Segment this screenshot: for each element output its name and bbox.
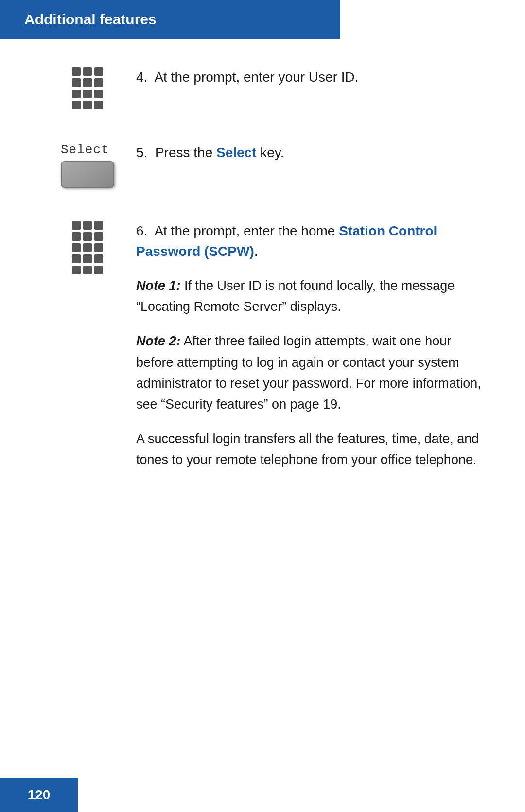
step-6-number: 6. bbox=[136, 223, 154, 238]
key-cell bbox=[94, 254, 103, 263]
key-cell bbox=[94, 266, 103, 274]
step-5-row: Select 5. Press the Select key. bbox=[39, 139, 486, 188]
key-cell bbox=[72, 221, 81, 230]
step-4-text: 4. At the prompt, enter your User ID. bbox=[136, 63, 486, 88]
key-cell bbox=[72, 266, 81, 274]
step-5-prefix: Press the bbox=[155, 145, 216, 160]
key-cell bbox=[83, 78, 92, 87]
select-key-label: Select bbox=[61, 143, 109, 157]
key-cell bbox=[72, 243, 81, 252]
main-content: 4. At the prompt, enter your User ID. Se… bbox=[0, 39, 525, 539]
header-bar: Additional features bbox=[0, 0, 340, 39]
key-cell bbox=[94, 243, 103, 252]
note-2-bold: Note 2: bbox=[136, 334, 181, 348]
key-cell bbox=[94, 67, 103, 76]
step-4-row: 4. At the prompt, enter your User ID. bbox=[39, 63, 486, 109]
key-cell bbox=[94, 232, 103, 241]
step-6-icon bbox=[39, 217, 136, 274]
select-key-icon: Select bbox=[61, 143, 114, 188]
step-5-text: 5. Press the Select key. bbox=[136, 139, 486, 163]
key-cell bbox=[83, 101, 92, 109]
keypad-icon-large bbox=[72, 221, 103, 274]
key-cell bbox=[83, 90, 92, 98]
page-number: 120 bbox=[28, 787, 51, 803]
key-cell bbox=[83, 221, 92, 230]
key-cell bbox=[94, 90, 103, 98]
key-cell bbox=[72, 90, 81, 98]
select-button-visual bbox=[61, 161, 114, 188]
note-2-para: Note 2: After three failed login attempt… bbox=[136, 331, 486, 415]
step-5-icon: Select bbox=[39, 139, 136, 188]
key-cell bbox=[72, 67, 81, 76]
step-4-label: At the prompt, enter your User ID. bbox=[154, 70, 358, 85]
key-cell bbox=[94, 101, 103, 109]
key-cell bbox=[83, 232, 92, 241]
step-6-prefix: At the prompt, enter the home bbox=[154, 223, 339, 238]
page-footer: 120 bbox=[0, 778, 78, 812]
note-2-body: After three failed login attempts, wait … bbox=[136, 334, 481, 412]
key-cell bbox=[83, 266, 92, 274]
key-cell bbox=[94, 221, 103, 230]
key-cell bbox=[94, 78, 103, 87]
step-6-main-line: 6. At the prompt, enter the home Station… bbox=[136, 221, 486, 262]
step-5-select-word: Select bbox=[216, 145, 257, 160]
step-5-suffix: key. bbox=[256, 145, 284, 160]
note-1-para: Note 1: If the User ID is not found loca… bbox=[136, 275, 486, 317]
note-1-body: If the User ID is not found locally, the… bbox=[136, 278, 455, 314]
note-1-bold: Note 1: bbox=[136, 278, 181, 293]
step-4-icon bbox=[39, 63, 136, 109]
key-cell bbox=[83, 254, 92, 263]
extra-para-text: A successful login transfers all the fea… bbox=[136, 432, 479, 467]
key-cell bbox=[72, 254, 81, 263]
key-cell bbox=[83, 243, 92, 252]
page-header-title: Additional features bbox=[24, 11, 157, 28]
extra-para: A successful login transfers all the fea… bbox=[136, 429, 486, 470]
keypad-icon-small bbox=[72, 67, 103, 109]
step-4-number: 4. bbox=[136, 70, 154, 85]
step-5-number: 5. bbox=[136, 145, 155, 160]
key-cell bbox=[72, 101, 81, 109]
key-cell bbox=[72, 78, 81, 87]
step-6-text: 6. At the prompt, enter the home Station… bbox=[136, 217, 486, 471]
step-6-period: . bbox=[254, 244, 258, 259]
key-cell bbox=[83, 67, 92, 76]
step-6-row: 6. At the prompt, enter the home Station… bbox=[39, 217, 486, 471]
key-cell bbox=[72, 232, 81, 241]
